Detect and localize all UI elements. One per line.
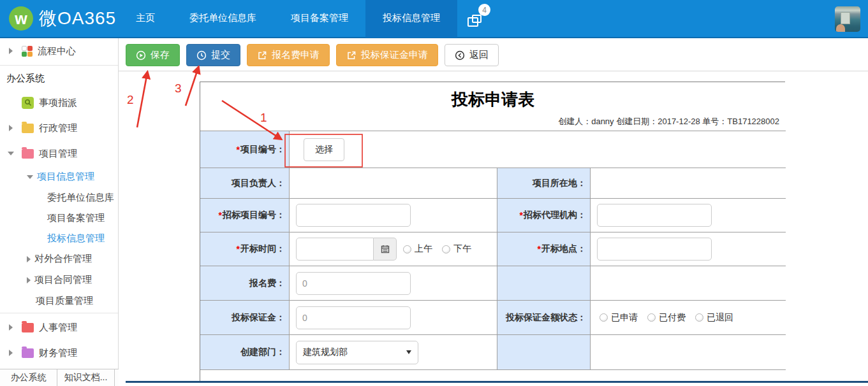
- empty-field-cell: [591, 266, 786, 301]
- save-button[interactable]: 保存: [126, 44, 180, 66]
- required-mark: *: [538, 244, 541, 254]
- label-bid-open-place: * 开标地点：: [497, 232, 591, 266]
- brand-name: 微OA365: [39, 6, 116, 31]
- top-nav-tabs: 主页 委托单位信息库 项目备案管理 投标信息管理: [119, 0, 457, 38]
- sidebar-item-admin-mgmt[interactable]: 行政管理: [0, 115, 118, 141]
- logo-icon: w: [9, 6, 33, 31]
- folder-icon: [22, 323, 34, 332]
- chevron-down-icon: [8, 152, 14, 155]
- section-label: 办公系统: [6, 73, 45, 85]
- sidebar-item-client-library[interactable]: 委托单位信息库: [0, 187, 118, 208]
- sidebar-item-project-filing[interactable]: 项目备案管理: [0, 208, 118, 228]
- sidebar-item-label: 投标信息管理: [47, 232, 105, 245]
- sidebar-item-bid-info-active[interactable]: 投标信息管理: [0, 228, 118, 248]
- registration-fee-apply-button[interactable]: 报名费申请: [247, 44, 330, 66]
- bid-open-place-input[interactable]: [597, 238, 712, 261]
- sidebar-section-office-system: 办公系统: [0, 67, 118, 90]
- label-project-location: 项目所在地：: [497, 168, 591, 199]
- sidebar-footer-tabs: 办公系统 知识文档...: [0, 369, 119, 386]
- folder-icon: [22, 124, 34, 133]
- chevron-right-icon: [27, 256, 31, 262]
- field-project-location: [591, 168, 786, 199]
- required-mark: *: [520, 210, 523, 220]
- label-tender-agency: * 招标代理机构：: [497, 199, 591, 232]
- dropdown-caret-icon: [406, 350, 411, 354]
- task-assign-icon: [22, 97, 34, 109]
- sidebar-item-external-coop[interactable]: 对外合作管理: [0, 248, 118, 269]
- form-meta: 创建人：danny 创建日期：2017-12-28 单号：TB171228002: [207, 116, 779, 127]
- bottom-blue-divider: [126, 381, 868, 383]
- label-text: 招标项目编号：: [223, 210, 285, 221]
- form-header: 投标申请表 创建人：danny 创建日期：2017-12-28 单号：TB171…: [200, 82, 786, 131]
- sidebar-item-project-info-mgmt[interactable]: 项目信息管理: [0, 166, 118, 187]
- clock-icon: [196, 50, 207, 61]
- calendar-icon[interactable]: [374, 238, 397, 261]
- label-text: 项目所在地：: [533, 178, 586, 189]
- share-icon: [346, 50, 357, 61]
- back-button[interactable]: 返回: [445, 44, 499, 66]
- label-text: 创建部门：: [240, 347, 285, 358]
- sidebar-item-label: 财务管理: [39, 347, 77, 359]
- chevron-right-icon: [27, 277, 31, 283]
- label-text: 报名费：: [249, 278, 285, 289]
- radio-am[interactable]: [403, 245, 411, 254]
- sidebar-item-label: 项目质量管理: [36, 295, 93, 307]
- sidebar-item-finance-mgmt[interactable]: 财务管理: [0, 340, 118, 366]
- tab-client-library[interactable]: 委托单位信息库: [172, 0, 274, 38]
- toolbar: 保存 提交 报名费申请 投标保证金申请 返回: [119, 38, 868, 71]
- sidebar-divider: [0, 65, 118, 66]
- radio-paid[interactable]: [647, 313, 656, 322]
- tender-agency-input[interactable]: [597, 204, 712, 227]
- sidebar-item-label: 项目信息管理: [37, 171, 94, 183]
- tab-home[interactable]: 主页: [119, 0, 172, 38]
- radio-pm[interactable]: [442, 245, 450, 254]
- label-tender-project-no: * 招标项目编号：: [200, 199, 290, 232]
- sidebar-item-label: 委托单位信息库: [47, 192, 114, 204]
- share-icon: [257, 50, 267, 61]
- sidebar-item-label: 项目备案管理: [47, 212, 105, 224]
- footer-tab-knowledge-docs[interactable]: 知识文档...: [57, 369, 115, 386]
- create-dept-select[interactable]: 建筑规划部: [296, 341, 418, 364]
- radio-pm-label: 下午: [453, 243, 471, 255]
- form-title: 投标申请表: [207, 89, 779, 111]
- logo-link[interactable]: w 微OA365: [0, 6, 119, 31]
- sidebar-item-label: 人事管理: [39, 322, 77, 334]
- label-bid-deposit: 投标保证金：: [200, 301, 290, 335]
- sidebar-item-task-assign[interactable]: 事项指派: [0, 90, 118, 115]
- required-mark: *: [237, 145, 240, 155]
- tab-bid-info[interactable]: 投标信息管理: [365, 0, 457, 38]
- radio-returned[interactable]: [695, 313, 703, 322]
- bid-deposit-apply-button[interactable]: 投标保证金申请: [336, 44, 438, 66]
- chevron-right-icon: [9, 48, 13, 54]
- submit-button[interactable]: 提交: [186, 44, 240, 66]
- sidebar-item-project-mgmt[interactable]: 项目管理: [0, 141, 118, 166]
- user-avatar[interactable]: [835, 6, 860, 32]
- sidebar-item-process-center[interactable]: 流程中心: [0, 38, 118, 64]
- tender-project-no-input[interactable]: [296, 204, 411, 227]
- sidebar-item-project-contract[interactable]: 项目合同管理: [0, 269, 118, 290]
- chevron-down-icon: [27, 175, 33, 179]
- sidebar-item-label: 对外合作管理: [34, 253, 92, 265]
- bid-open-date-input[interactable]: [296, 238, 374, 261]
- sidebar-item-hr-mgmt[interactable]: 人事管理: [0, 315, 118, 340]
- label-registration-fee: 报名费：: [200, 266, 290, 301]
- radio-paid-label: 已付费: [659, 312, 686, 324]
- chevron-right-icon: [9, 125, 13, 131]
- sidebar-item-project-quality[interactable]: 项目质量管理: [0, 290, 118, 311]
- windows-count-badge: 4: [478, 4, 490, 16]
- button-label: 保存: [151, 49, 170, 61]
- label-text: 招标代理机构：: [524, 210, 586, 221]
- bid-deposit-input[interactable]: [296, 306, 411, 329]
- tab-project-filing[interactable]: 项目备案管理: [274, 0, 365, 38]
- button-label: 提交: [211, 49, 230, 61]
- label-create-dept: 创建部门：: [200, 335, 290, 370]
- select-value: 建筑规划部: [303, 347, 348, 358]
- footer-tab-office-system[interactable]: 办公系统: [0, 369, 57, 386]
- sidebar-item-label: 行政管理: [39, 122, 77, 134]
- empty-field-cell: [591, 335, 786, 370]
- choose-project-button[interactable]: 选择: [304, 138, 344, 161]
- radio-applied[interactable]: [600, 313, 608, 322]
- registration-fee-input[interactable]: [296, 272, 411, 295]
- open-windows-icon[interactable]: 4: [467, 9, 487, 28]
- required-mark: *: [237, 244, 240, 254]
